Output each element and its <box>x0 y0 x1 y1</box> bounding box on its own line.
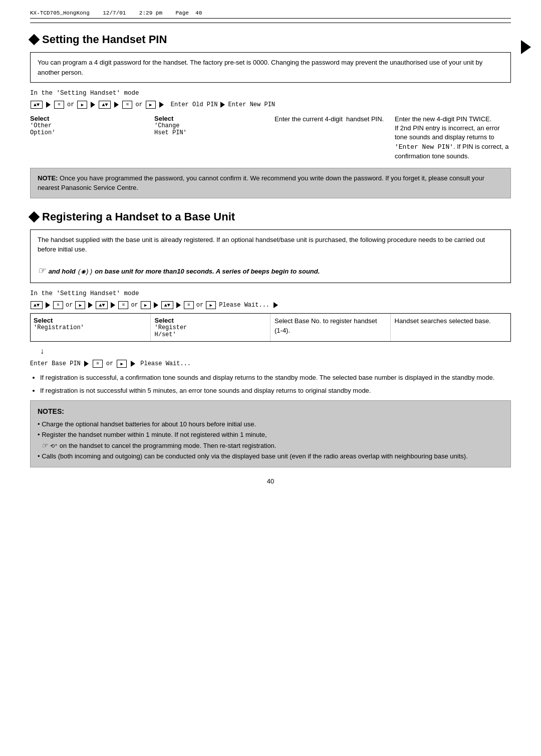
notes-title: NOTES: <box>38 406 503 417</box>
menu-btn-1: ≡ <box>54 101 64 109</box>
section2-symbol-row: ▲▼ ≡ or ▶ ▲▼ ≡ or ▶ ▲▼ ≡ or ▶ Please Wai… <box>30 301 511 309</box>
section2-step-1: Select 'Registration' <box>31 314 151 341</box>
header-left: KX-TCD705_HongKong 12/7/01 2:29 pm Page … <box>30 10 202 16</box>
section1-mode-line: In the 'Setting Handset' mode <box>30 90 511 97</box>
arrow-s2-2 <box>88 302 93 308</box>
s2-step4-desc: Handset searches selected base. <box>395 317 508 326</box>
step2-sub: 'ChangeHset PIN' <box>154 122 266 136</box>
menu-btn-s2-3: ≡ <box>184 301 194 309</box>
hold-text: and hold <box>49 268 76 275</box>
section2-intro-box: The handset supplied with the base unit … <box>30 229 511 284</box>
right-btn-s2-3: ▶ <box>206 301 216 309</box>
updown-btn-s2-1: ▲▼ <box>31 301 43 309</box>
step4-desc: Enter the new 4-digit PIN TWICE.If 2nd P… <box>395 115 511 161</box>
s2-step2-label: Select <box>155 317 266 324</box>
section2-steps-grid: Select 'Registration' Select 'RegisterH/… <box>30 313 511 342</box>
diamond-icon <box>29 34 40 46</box>
right-btn-2: ▶ <box>146 101 156 109</box>
note-item-2: • Register the handset number within 1 m… <box>38 430 503 452</box>
right-btn-base: ▶ <box>117 360 127 368</box>
or-1: or <box>67 101 74 108</box>
updown-btn-1: ▲▼ <box>31 101 43 109</box>
arrow-s2-5 <box>176 302 181 308</box>
hold-sym: (◉)) <box>77 268 93 276</box>
step3-desc: Enter the current 4-digit handset PIN. <box>275 115 387 124</box>
section2-heading: Registering a Handset to a Base Unit <box>30 210 511 223</box>
menu-btn-s2-1: ≡ <box>53 301 63 309</box>
section2-step-3: Select Base No. to register handset (1-4… <box>270 314 391 341</box>
hold-rest: on base unit for more than10 seconds. A … <box>95 268 320 275</box>
menu-btn-base: ≡ <box>93 360 103 368</box>
section1-step-3: Enter the current 4-digit handset PIN. <box>270 113 391 163</box>
arrow-enter-base <box>84 361 89 367</box>
section2-step-2: Select 'RegisterH/set' <box>151 314 271 341</box>
header-divider <box>30 23 511 23</box>
please-wait-2: Please Wait... <box>140 360 191 367</box>
page-arrow-indicator <box>521 40 531 54</box>
step1-sub: 'OtherOption' <box>30 122 146 136</box>
section1-symbol-row: ▲▼ ≡ or ▶ ▲▼ ≡ or ▶ Enter Old PIN Enter … <box>30 101 511 109</box>
updown-btn-s2-2: ▲▼ <box>96 301 108 309</box>
enter-base-pin-row: Enter Base PIN ≡ or ▶ Please Wait... <box>30 360 511 368</box>
page-number: 40 <box>30 477 511 485</box>
hand-icon: ☞ <box>38 266 46 276</box>
right-btn-s2-2: ▶ <box>141 301 151 309</box>
bullet-1: If registration is successful, a confirm… <box>40 373 511 383</box>
down-arrow-indicator: ↓ <box>40 347 511 356</box>
section2-bullets: If registration is successful, a confirm… <box>40 373 511 395</box>
arrow-s2-4 <box>154 302 158 308</box>
section1-step-2: Select 'ChangeHset PIN' <box>150 113 270 163</box>
please-wait-label: Please Wait... <box>219 302 269 309</box>
or-s2-2: or <box>131 302 138 309</box>
right-btn-1: ▶ <box>77 101 87 109</box>
updown-btn-2: ▲▼ <box>99 101 111 109</box>
page-header: KX-TCD705_HongKong 12/7/01 2:29 pm Page … <box>30 10 511 19</box>
hold-instruction: ☞ and hold (◉)) on base unit for more th… <box>38 268 320 275</box>
or-s2-1: or <box>66 302 73 309</box>
note-label: NOTE: <box>38 174 58 182</box>
note-item-3: • Calls (both incoming and outgoing) can… <box>38 451 503 462</box>
section1-steps-grid: Select 'OtherOption' Select 'ChangeHset … <box>30 113 511 163</box>
arrow-4 <box>159 102 164 108</box>
or-s2-3: or <box>196 302 203 309</box>
arrow-1 <box>46 102 51 108</box>
or-2: or <box>135 101 142 108</box>
menu-btn-s2-2: ≡ <box>118 301 128 309</box>
right-btn-s2-1: ▶ <box>75 301 85 309</box>
s2-step2-sub: 'RegisterH/set' <box>155 324 266 338</box>
s2-step3-desc: Select Base No. to register handset (1-4… <box>275 317 386 335</box>
section1-step-1: Select 'OtherOption' <box>30 113 150 163</box>
section1-step-4: Enter the new 4-digit PIN TWICE.If 2nd P… <box>391 113 511 163</box>
or-base: or <box>106 360 113 367</box>
enter-old-pin-label: Enter Old PIN <box>171 101 218 108</box>
section1-note-box: NOTE: Once you have programmed the passw… <box>30 168 511 198</box>
arrow-s2-1 <box>46 302 50 308</box>
arrow-s2-6 <box>274 302 278 308</box>
arrow-2 <box>91 102 95 108</box>
diamond-icon-2 <box>29 211 40 223</box>
note-item-1: • Charge the optional handset batteries … <box>38 419 503 430</box>
arrow-s2-3 <box>111 302 115 308</box>
section2-step-4: Handset searches selected base. <box>391 314 511 341</box>
step2-label: Select <box>154 115 266 122</box>
enter-new-pin-label: Enter New PIN <box>228 101 275 108</box>
s2-step1-label: Select <box>34 317 146 324</box>
updown-btn-s2-3: ▲▼ <box>161 301 173 309</box>
arrow-5 <box>220 102 225 108</box>
enter-base-pin-label: Enter Base PIN <box>30 360 81 367</box>
s2-step1-sub: 'Registration' <box>34 324 146 331</box>
section2-mode-line: In the 'Setting Handset' mode <box>30 290 511 297</box>
arrow-pw <box>131 361 135 367</box>
step1-label: Select <box>30 115 146 122</box>
menu-btn-2: ≡ <box>122 101 132 109</box>
section1-intro-box: You can program a 4 digit password for t… <box>30 52 511 83</box>
bullet-2: If registration is not successful within… <box>40 386 511 396</box>
notes-shaded-box: NOTES: • Charge the optional handset bat… <box>30 400 511 467</box>
note-text: Once you have programmed the password, y… <box>38 174 484 192</box>
section1-heading: Setting the Handset PIN <box>30 33 511 46</box>
arrow-3 <box>114 102 119 108</box>
